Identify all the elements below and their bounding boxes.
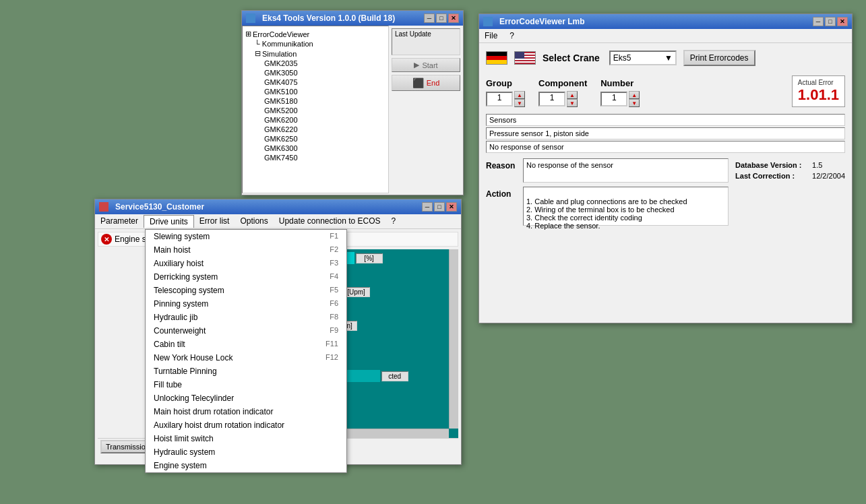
aux-hoist-label: Auxiliary hoist [154, 259, 204, 268]
svc-minimize[interactable]: ─ [422, 202, 433, 212]
group-input[interactable]: 1 [486, 92, 513, 106]
tree-item-gmk6200[interactable]: GMK6200 [245, 115, 385, 125]
svc-menu-error-list[interactable]: Error list [194, 215, 235, 228]
svc-vertical-scrollbar[interactable] [449, 249, 458, 429]
component-down-button[interactable]: ▼ [567, 99, 578, 107]
print-errorcodes-button[interactable]: Print Errorcodes [683, 50, 755, 66]
last-update-box: Last Update [392, 28, 460, 55]
last-correction-row: Last Correction : 12/2/2004 [735, 172, 845, 180]
eks4-tree[interactable]: ⊞ ErrorCodeViewer └ Kommunikation ⊟ Simu… [242, 26, 389, 193]
component-input[interactable]: 1 [538, 92, 565, 106]
unlocking-telecylinder-label: Unlocking Telecylinder [154, 393, 234, 403]
svc-menu-help[interactable]: ? [386, 215, 402, 228]
tree-item-gmk5100[interactable]: GMK5100 [245, 87, 385, 96]
svc-menu-update[interactable]: Update connection to ECOS [274, 215, 386, 228]
tree-item-simulation[interactable]: ⊟ Simulation [245, 49, 385, 59]
tree-item-kommunikation[interactable]: └ Kommunikation [245, 39, 385, 49]
tree-item-gmk6250[interactable]: GMK6250 [245, 134, 385, 144]
action-box: 1. Cable and plug connections are to be … [523, 187, 729, 226]
group-up-button[interactable]: ▲ [514, 91, 525, 99]
dropdown-item-hydraulic-system[interactable]: Hydraulic system [146, 445, 346, 459]
ecv-window: ErrorCodeViewer Lmb ─ □ ✕ File ? Select … [478, 13, 853, 323]
aux-hoist-drum-label: Auxilary hoist drum rotation indicator [154, 420, 284, 430]
tree-item-gmk6220[interactable]: GMK6220 [245, 125, 385, 134]
svc-controls: ─ □ ✕ [422, 202, 457, 212]
eks4-minimize[interactable]: ─ [424, 13, 435, 23]
dropdown-item-fill-tube[interactable]: Fill tube [146, 378, 346, 391]
flag-us[interactable] [514, 51, 536, 65]
derricking-shortcut: F4 [330, 272, 338, 282]
tree-item-errorcodeviewer[interactable]: ⊞ ErrorCodeViewer [245, 29, 385, 39]
dropdown-item-cabin-tilt[interactable]: Cabin tilt F11 [146, 338, 346, 351]
dropdown-item-new-york-lock[interactable]: New York House Lock F12 [146, 351, 346, 365]
group-down-button[interactable]: ▼ [514, 99, 525, 107]
tree-item-gmk3050[interactable]: GMK3050 [245, 68, 385, 77]
component-up-button[interactable]: ▲ [567, 91, 578, 99]
stop-icon: ⬛ [412, 77, 424, 88]
number-input[interactable]: 1 [600, 92, 627, 106]
tree-item-gmk4075[interactable]: GMK4075 [245, 77, 385, 87]
svc-menu-drive-units[interactable]: Drive units [144, 215, 194, 228]
component-input-row: 1 ▲ ▼ [538, 91, 578, 107]
aux-hoist-shortcut: F3 [330, 259, 338, 268]
dropdown-item-hoist-limit[interactable]: Hoist limit switch [146, 432, 346, 445]
actual-error-value: 1.01.1 [798, 86, 839, 104]
crane-dropdown[interactable]: Eks5 ▼ [609, 51, 677, 65]
svc-maximize[interactable]: □ [434, 202, 445, 212]
group-col: Group 1 ▲ ▼ [486, 78, 525, 107]
ecv-menu-file[interactable]: File [482, 30, 500, 41]
dropdown-item-hydraulic-jib[interactable]: Hydraulic jib F8 [146, 311, 346, 324]
group-label: Group [486, 78, 512, 88]
ecv-menu-help[interactable]: ? [507, 30, 517, 41]
hydraulic-jib-label: Hydraulic jib [154, 313, 197, 322]
dropdown-item-telescoping[interactable]: Telescoping system F5 [146, 284, 346, 297]
eks4-controls: ─ □ ✕ [424, 13, 459, 23]
tree-item-gmk6300[interactable]: GMK6300 [245, 144, 385, 153]
ecv-maximize[interactable]: □ [825, 17, 836, 26]
dropdown-item-turntable-pinning[interactable]: Turntable Pinning [146, 365, 346, 378]
eks4-right-panel: Last Update ▶ Start ⬛ End [389, 26, 463, 193]
component-col: Component 1 ▲ ▼ [538, 78, 587, 107]
dropdown-item-aux-hoist-drum[interactable]: Auxilary hoist drum rotation indicator [146, 418, 346, 432]
unit-1: [%] [356, 253, 383, 263]
print-label: Print Errorcodes [690, 53, 749, 63]
tree-item-gmk5180[interactable]: GMK5180 [245, 96, 385, 106]
dropdown-item-counterweight[interactable]: Counterweight F9 [146, 324, 346, 338]
number-up-button[interactable]: ▲ [629, 91, 640, 99]
pinning-label: Pinning system [154, 299, 208, 309]
dropdown-item-main-hoist[interactable]: Main hoist F2 [146, 243, 346, 257]
tree-item-gmk2035[interactable]: GMK2035 [245, 59, 385, 68]
dropdown-item-slewing[interactable]: Slewing system F1 [146, 230, 346, 243]
gcn-row: Group 1 ▲ ▼ Component 1 ▲ ▼ [486, 75, 845, 107]
eks4-maximize[interactable]: □ [436, 13, 447, 23]
dropdown-item-pinning[interactable]: Pinning system F6 [146, 297, 346, 311]
dropdown-item-unlocking-telecylinder[interactable]: Unlocking Telecylinder [146, 391, 346, 405]
number-input-row: 1 ▲ ▼ [600, 91, 640, 107]
dropdown-item-engine-system[interactable]: Engine system [146, 459, 346, 472]
no-response-field: No response of sensor [486, 141, 845, 153]
svc-close[interactable]: ✕ [446, 202, 457, 212]
select-crane-label: Select Crane [543, 53, 600, 63]
number-down-button[interactable]: ▼ [629, 99, 640, 107]
ecv-minimize[interactable]: ─ [813, 17, 824, 26]
svc-menu-options[interactable]: Options [235, 215, 273, 228]
dropdown-item-main-hoist-drum[interactable]: Main hoist drum rotation indicator [146, 405, 346, 418]
start-icon: ▶ [414, 61, 419, 69]
dropdown-item-derricking[interactable]: Derricking system F4 [146, 270, 346, 284]
tree-simulation-label: Simulation [262, 50, 297, 58]
last-correction-label: Last Correction : [735, 172, 809, 180]
eks4-close[interactable]: ✕ [448, 13, 459, 23]
start-button[interactable]: ▶ Start [392, 58, 460, 72]
end-button[interactable]: ⬛ End [392, 75, 460, 91]
svc-icon [99, 202, 109, 212]
tree-item-gmk5200[interactable]: GMK5200 [245, 106, 385, 115]
ecv-close[interactable]: ✕ [837, 17, 848, 26]
tree-item-gmk7450[interactable]: GMK7450 [245, 153, 385, 162]
svc-menu-parameter[interactable]: Parameter [95, 215, 144, 228]
transmission-label: Transmission [106, 443, 150, 451]
ecv-controls: ─ □ ✕ [813, 17, 848, 26]
flag-german[interactable] [486, 51, 507, 65]
dropdown-item-auxiliary-hoist[interactable]: Auxiliary hoist F3 [146, 257, 346, 270]
actual-error-box: Actual Error 1.01.1 [792, 75, 845, 107]
error-icon: ✕ [101, 234, 112, 245]
